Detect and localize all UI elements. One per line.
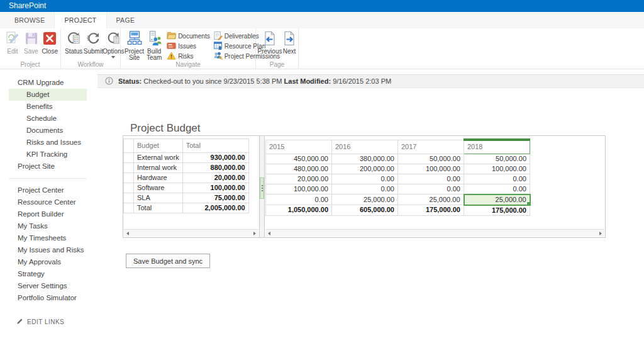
tab-browse[interactable]: BROWSE	[5, 12, 54, 28]
sidebar-item-benefits[interactable]: Benefits	[0, 101, 97, 113]
budget-cell-total-2016[interactable]: 605,000.00	[332, 205, 398, 216]
sidebar-item-portfolio-simulator[interactable]: Portfolio Simulator	[0, 292, 97, 304]
row-selector[interactable]	[124, 153, 134, 163]
row-label[interactable]: External work	[134, 153, 183, 163]
horizontal-scrollbar[interactable]	[124, 229, 258, 237]
row-total-value[interactable]: 880,000.00	[182, 163, 248, 173]
sidebar-item-project-center[interactable]: Project Center	[0, 184, 97, 196]
brand-logo[interactable]: SharePoint	[9, 1, 46, 10]
budget-cell-software-2017[interactable]: 0.00	[398, 184, 464, 194]
budget-cell-software-2016[interactable]: 0.00	[332, 184, 398, 194]
status-button[interactable]: Status	[64, 30, 83, 55]
row-label[interactable]: Software	[134, 183, 183, 193]
total-column-header[interactable]: Total	[182, 139, 248, 153]
budget-cell-sla-2015[interactable]: 0.00	[266, 194, 332, 205]
issues-button[interactable]: Issues	[167, 41, 210, 51]
edit-links-button[interactable]: EDIT LINKS	[0, 318, 97, 326]
row-selector[interactable]	[124, 193, 134, 203]
status-button-label: Status	[65, 48, 82, 55]
budget-cell-sla-2018[interactable]: 25,000.00	[464, 194, 530, 205]
budget-cell-external-work-2018[interactable]: 50,000.00	[464, 154, 530, 164]
row-label[interactable]: SLA	[134, 193, 183, 203]
close-button[interactable]: Close	[40, 30, 59, 55]
row-total-value[interactable]: 100,000.00	[182, 183, 248, 193]
sidebar-item-my-approvals[interactable]: My Approvals	[0, 256, 97, 268]
sidebar-item-budget[interactable]: Budget	[9, 89, 87, 101]
row-total-value[interactable]: 20,000.00	[182, 173, 248, 183]
scroll-left-arrow[interactable]	[126, 232, 129, 235]
budget-cell-hardware-2018[interactable]: 0.00	[464, 174, 530, 184]
row-selector[interactable]	[124, 203, 134, 213]
year-column-header-2016[interactable]: 2016	[332, 140, 398, 154]
budget-cell-hardware-2017[interactable]: 0.00	[398, 174, 464, 184]
row-label[interactable]: Total	[134, 203, 183, 213]
panel-splitter[interactable]	[260, 135, 264, 238]
submit-button[interactable]: Submit	[83, 30, 103, 55]
row-label[interactable]: Hardware	[134, 173, 183, 183]
row-selector[interactable]	[124, 183, 134, 193]
risks-button[interactable]: Risks	[167, 51, 210, 61]
sidebar-item-report-builder[interactable]: Report Builder	[0, 208, 97, 220]
tab-project[interactable]: PROJECT	[54, 12, 106, 28]
next-button[interactable]: Next	[280, 30, 298, 55]
horizontal-scrollbar[interactable]	[265, 229, 604, 237]
build-team-button[interactable]: Build Team	[145, 30, 164, 61]
scroll-right-arrow[interactable]	[599, 232, 602, 235]
budget-cell-external-work-2015[interactable]: 450,000.00	[266, 154, 332, 164]
budget-cell-external-work-2016[interactable]: 380,000.00	[332, 154, 398, 164]
sidebar-item-schedule[interactable]: Schedule	[0, 113, 97, 125]
scroll-right-arrow[interactable]	[253, 232, 256, 235]
year-column-header-2017[interactable]: 2017	[398, 140, 464, 154]
save-budget-and-sync-button[interactable]: Save Budget and sync	[126, 254, 210, 268]
scroll-left-arrow[interactable]	[268, 232, 270, 235]
budget-cell-internal-work-2016[interactable]: 200,000.00	[332, 164, 398, 174]
sidebar-item-kpi-tracking[interactable]: KPI Tracking	[0, 149, 97, 160]
budget-column-header[interactable]: Budget	[134, 139, 183, 153]
ribbon-group-label: Project	[0, 60, 60, 69]
sidebar-item-documents[interactable]: Documents	[0, 125, 97, 137]
sidebar-item-server-settings[interactable]: Server Settings	[0, 280, 97, 292]
sidebar-item-my-tasks[interactable]: My Tasks	[0, 220, 97, 232]
table-row-total: 1,050,000.00605,000.00175,000.00175,000.…	[266, 205, 530, 216]
row-total-value[interactable]: 75,000.00	[182, 193, 248, 203]
budget-cell-internal-work-2015[interactable]: 480,000.00	[266, 164, 332, 174]
deliverables-icon	[213, 31, 225, 42]
budget-cell-total-2017[interactable]: 175,000.00	[398, 205, 464, 216]
budget-cell-sla-2017[interactable]: 25,000.00	[398, 194, 464, 205]
budget-cell-total-2015[interactable]: 1,050,000.00	[266, 205, 332, 216]
budget-cell-internal-work-2017[interactable]: 100,000.00	[398, 164, 464, 174]
sidebar-item-ressource-center[interactable]: Ressource Center	[0, 196, 97, 208]
previous-button[interactable]: Previous	[259, 30, 280, 55]
project-site-button-label: Project Site	[125, 48, 144, 61]
budget-cell-software-2015[interactable]: 100,000.00	[266, 184, 332, 194]
status-message: Status: Checked-out to you since 9/23/20…	[118, 77, 391, 85]
budget-cell-total-2018[interactable]: 175,000.00	[464, 205, 530, 216]
edit-button[interactable]: Edit	[3, 30, 22, 55]
budget-cell-hardware-2015[interactable]: 20,000.00	[266, 174, 332, 184]
budget-cell-external-work-2017[interactable]: 50,000.00	[398, 154, 464, 164]
row-selector[interactable]	[124, 163, 134, 173]
budget-cell-software-2018[interactable]: 0.00	[464, 184, 530, 194]
budget-cell-sla-2016[interactable]: 25,000.00	[332, 194, 398, 205]
project-site-button[interactable]: Project Site	[124, 30, 145, 61]
budget-cell-hardware-2016[interactable]: 0.00	[332, 174, 398, 184]
tab-page[interactable]: PAGE	[107, 12, 145, 28]
row-label[interactable]: Internal work	[134, 163, 183, 173]
sidebar-item-crm-upgrade[interactable]: CRM Upgrade	[0, 77, 97, 89]
budget-labels-panel: Budget Total External work930,000.00Inte…	[123, 135, 260, 238]
sidebar-item-my-timesheets[interactable]: My Timesheets	[0, 232, 97, 244]
year-column-header-2018[interactable]: 2018	[464, 140, 530, 154]
grip-dots-icon	[262, 185, 263, 186]
sidebar-item-risks-and-issues[interactable]: Risks and Issues	[0, 137, 97, 149]
sidebar-item-project-site[interactable]: Project Site	[0, 160, 97, 172]
row-total-value[interactable]: 2,005,000.00	[182, 203, 248, 213]
row-selector[interactable]	[124, 173, 134, 183]
documents-button[interactable]: Documents	[167, 31, 210, 41]
sidebar-item-strategy[interactable]: Strategy	[0, 268, 97, 280]
sidebar-item-my-issues-and-risks[interactable]: My Issues and Risks	[0, 244, 97, 256]
save-button[interactable]: Save	[22, 30, 41, 55]
year-column-header-2015[interactable]: 2015	[266, 140, 332, 154]
splitter-handle[interactable]	[260, 177, 264, 199]
budget-cell-internal-work-2018[interactable]: 100,000.00	[464, 164, 530, 174]
row-total-value[interactable]: 930,000.00	[182, 153, 248, 163]
